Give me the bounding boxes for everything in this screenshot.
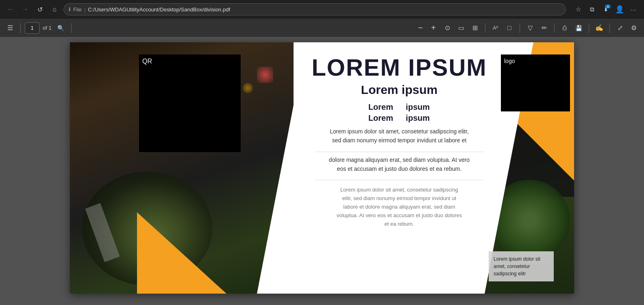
caption-text: Lorem ipsum dolor sit amet, consetetur s… xyxy=(494,256,540,277)
settings-button[interactable]: ⚙ xyxy=(628,22,640,34)
columns-icon: ⊞ xyxy=(472,24,478,32)
save-button[interactable]: 💾 xyxy=(572,22,585,34)
pdf-page: LOREM IPSUM Lorem ipsum Lorem ipsum Lore… xyxy=(70,42,574,294)
read-mode-button[interactable]: □ xyxy=(503,22,516,34)
star-icon: ☆ xyxy=(576,6,581,13)
col2-row1: ipsum xyxy=(405,102,430,112)
address-text: C:/Users/WDAGUtilityAccount/Desktop/Sand… xyxy=(88,7,230,13)
col2-row2: ipsum xyxy=(405,113,430,123)
toolbar-separator-7 xyxy=(609,23,610,33)
logo-box: logo xyxy=(501,54,570,111)
qr-label: QR xyxy=(142,58,152,65)
address-bar[interactable]: ℹ File | C:/Users/WDAGUtilityAccount/Des… xyxy=(63,3,566,15)
sep: | xyxy=(84,7,85,13)
file-label: File xyxy=(73,7,82,13)
collections-icon: ⧉ xyxy=(590,6,594,13)
toolbar-separator xyxy=(20,23,21,33)
toolbar-separator-6 xyxy=(589,23,589,33)
scroll-icon: ▭ xyxy=(458,24,464,32)
refresh-button[interactable]: ↺ xyxy=(34,4,46,15)
more-button[interactable]: ··· xyxy=(628,4,639,15)
download-badge: 4 xyxy=(605,4,611,9)
browser-action-buttons: ☆ ⧉ ⬇ 4 👤 ··· xyxy=(572,4,639,15)
save-icon: 💾 xyxy=(575,25,582,31)
body-text-2: dolore magna aliquyam erat, sed diam vol… xyxy=(329,155,470,174)
page-of-label: of 1 xyxy=(43,25,52,31)
forward-icon: → xyxy=(22,6,28,13)
sign-button[interactable]: ✍ xyxy=(593,22,605,34)
page-number-input[interactable] xyxy=(25,22,39,34)
toolbar-separator-4 xyxy=(520,23,520,33)
draw-icon: ✏ xyxy=(542,24,547,32)
fit-icon: ⊙ xyxy=(445,24,450,32)
col1-row1: Lorem xyxy=(368,102,393,112)
info-icon: ℹ xyxy=(69,7,71,12)
bokeh-yellow xyxy=(243,83,253,93)
forward-button[interactable]: → xyxy=(20,4,31,15)
orange-tri-bottom-left xyxy=(137,212,226,294)
scroll-mode-button[interactable]: ▭ xyxy=(455,22,467,34)
browser-chrome: ← → ↺ ⌂ ℹ File | C:/Users/WDAGUtilityAcc… xyxy=(0,0,644,19)
collections-button[interactable]: ⧉ xyxy=(586,4,598,15)
pdf-main-title: LOREM IPSUM xyxy=(311,54,487,81)
annotate-button[interactable]: ▽ xyxy=(524,22,536,34)
draw-button[interactable]: ✏ xyxy=(538,22,550,34)
toolbar-separator-5 xyxy=(554,23,555,33)
back-button[interactable]: ← xyxy=(5,4,16,15)
two-col-section: Lorem ipsum Lorem ipsum xyxy=(368,102,430,123)
text-tool-button[interactable]: Aᴬ xyxy=(490,22,502,34)
divider-2 xyxy=(315,180,484,180)
qr-code-box: QR xyxy=(139,54,241,152)
print-button[interactable]: ⎙ xyxy=(559,22,571,34)
caption-box: Lorem ipsum dolor sit amet, consetetur s… xyxy=(489,251,554,281)
expand-icon: ⤢ xyxy=(618,24,623,32)
col1-row2: Lorem xyxy=(368,113,393,123)
search-button[interactable]: 🔍 xyxy=(55,22,67,34)
zoom-controls: − + xyxy=(414,22,439,34)
sign-icon: ✍ xyxy=(595,24,603,32)
more-icon: ··· xyxy=(630,6,637,13)
zoom-out-button[interactable]: − xyxy=(414,22,426,34)
zoom-in-icon: + xyxy=(431,23,436,33)
pdf-sub-title: Lorem ipsum xyxy=(361,83,437,97)
annotate-icon: ▽ xyxy=(528,24,533,32)
print-icon: ⎙ xyxy=(563,24,567,32)
settings-icon: ⚙ xyxy=(631,24,637,32)
pdf-viewer: LOREM IPSUM Lorem ipsum Lorem ipsum Lore… xyxy=(0,37,644,305)
read-icon: □ xyxy=(507,24,511,32)
toolbar-separator-2 xyxy=(71,23,72,33)
columns-button[interactable]: ⊞ xyxy=(469,22,481,34)
fit-page-button[interactable]: ⊙ xyxy=(441,22,453,34)
zoom-out-icon: − xyxy=(418,23,423,33)
menu-icon: ☰ xyxy=(7,24,13,32)
sidebar-toggle-button[interactable]: ☰ xyxy=(4,22,16,34)
text-icon: Aᴬ xyxy=(493,25,499,31)
favorites-button[interactable]: ☆ xyxy=(572,4,584,15)
download-button[interactable]: ⬇ 4 xyxy=(600,4,611,15)
logo-label: logo xyxy=(504,58,515,64)
back-icon: ← xyxy=(7,6,14,13)
divider xyxy=(315,152,484,152)
home-icon: ⌂ xyxy=(52,6,57,13)
refresh-icon: ↺ xyxy=(37,6,43,13)
profile-icon: 👤 xyxy=(615,5,624,14)
search-icon: 🔍 xyxy=(57,25,64,31)
pdf-toolbar: ☰ of 1 🔍 − + ⊙ ▭ ⊞ Aᴬ □ ▽ ✏ ⎙ 💾 xyxy=(0,19,644,37)
home-button[interactable]: ⌂ xyxy=(49,4,60,15)
body-text-light: Lorem ipsum dolor sit amet, consetetur s… xyxy=(337,186,462,228)
zoom-in-button[interactable]: + xyxy=(427,22,439,34)
profile-button[interactable]: 👤 xyxy=(614,4,625,15)
body-text-1: Lorem ipsum dolor sit amet, consetetur s… xyxy=(330,127,469,145)
toolbar-separator-3 xyxy=(485,23,485,33)
expand-button[interactable]: ⤢ xyxy=(614,22,626,34)
